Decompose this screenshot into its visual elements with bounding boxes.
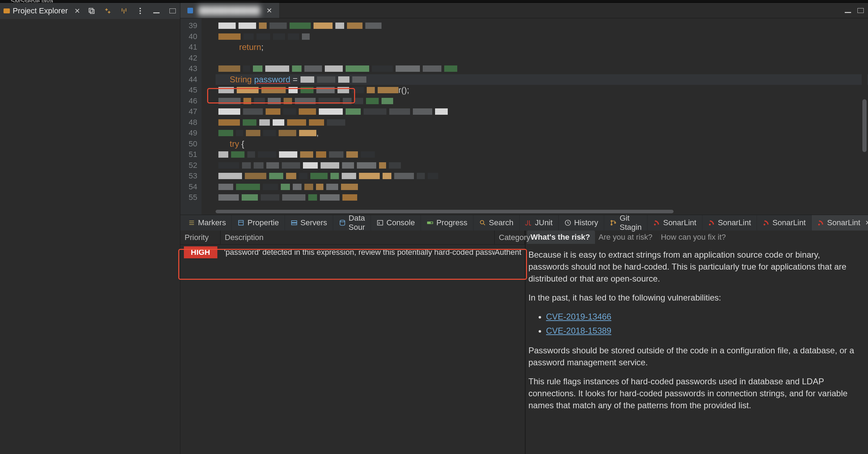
view-tab-sonarlint[interactable]: SonarLint [647,215,702,231]
code-area[interactable]: return; String password =r();, try { [202,18,868,215]
sonar-icon [708,219,715,226]
history-icon [564,219,571,226]
detail-paragraph: Because it is easy to extract strings fr… [528,249,860,285]
svg-point-9 [480,220,484,224]
maximize-editor-icon[interactable] [857,7,864,14]
editor-tabstrip: ██████████ ✕ [180,3,868,18]
col-priority[interactable]: Priority [180,231,221,244]
close-icon[interactable]: ✕ [74,7,80,15]
view-tab-label: Progress [436,218,467,227]
maximize-view-icon[interactable] [169,7,176,15]
java-file-icon [187,8,193,13]
code-editor[interactable]: 3940414243444546474849505152535455 retur… [180,18,868,215]
view-tab-progress[interactable]: Progress [421,215,473,231]
svg-point-14 [654,224,656,226]
git-icon [610,219,617,226]
svg-point-17 [818,224,820,226]
issues-header-row: Priority Description Category [180,231,525,245]
view-tab-junit[interactable]: JUnit [520,215,559,231]
project-explorer-title: Project Explorer [13,6,68,15]
collapse-all-icon[interactable] [88,7,95,15]
view-tab-label: History [574,218,598,227]
issue-details-pane: What's the risk?Are you at risk?How can … [526,231,868,454]
view-tab-label: Git Stagin [620,214,641,232]
filter-icon[interactable] [120,7,128,15]
list-icon [188,219,195,226]
svg-rect-2 [239,220,243,225]
progress-icon [427,219,434,226]
svg-rect-0 [89,8,93,12]
junit-icon [525,219,532,226]
issue-row[interactable]: HIGH 'password' detected in this express… [180,245,525,260]
view-menu-icon[interactable] [136,7,144,15]
view-tab-history[interactable]: History [559,215,604,231]
view-tab-servers[interactable]: Servers [285,215,333,231]
detail-tab[interactable]: What's the risk? [527,231,595,244]
window-title-strip: SMSserve.java [0,0,868,3]
view-tab-label: Markers [198,218,226,227]
view-tab-git-stagin[interactable]: Git Stagin [604,215,647,231]
svg-point-5 [340,220,345,222]
sonar-icon [653,219,660,226]
svg-point-12 [611,224,612,225]
issue-category: Authent [495,248,525,257]
console-icon [377,219,384,226]
col-description[interactable]: Description [221,231,495,244]
detail-tabs: What's the risk?Are you at risk?How can … [526,231,868,244]
view-tab-label: Data Sour [349,214,365,232]
detail-tab[interactable]: How can you fix it? [657,231,731,244]
view-tab-label: Console [386,218,415,227]
view-tab-sonarlint[interactable]: SonarLint✕ [812,215,868,231]
link-editor-icon[interactable] [104,7,112,15]
svg-point-11 [611,220,612,221]
view-tab-label: Search [489,218,514,227]
cve-item: CVE-2019-13466 [546,311,860,323]
folder-icon [4,8,10,13]
cve-link[interactable]: CVE-2019-13466 [546,312,611,321]
cve-list: CVE-2019-13466CVE-2018-15389 [546,311,860,337]
project-tree[interactable] [0,19,180,454]
minimize-editor-icon[interactable] [844,7,852,14]
svg-rect-4 [291,223,297,225]
svg-rect-1 [90,10,94,13]
view-tab-label: SonarLint [773,218,806,227]
sonar-icon [763,219,770,226]
detail-paragraph: This rule flags instances of hard-coded … [528,376,860,411]
view-tab-label: Servers [300,218,327,227]
view-tab-sonarlint[interactable]: SonarLint [757,215,812,231]
issue-description: 'password' detected in this expression, … [221,248,495,257]
cve-link[interactable]: CVE-2018-15389 [546,326,611,335]
view-tab-markers[interactable]: Markers [182,215,232,231]
line-gutter: 3940414243444546474849505152535455 [180,18,202,215]
detail-body[interactable]: Because it is easy to extract strings fr… [526,244,868,454]
view-tab-label: SonarLint [827,218,860,227]
close-icon[interactable]: ✕ [865,219,868,227]
horizontal-scrollbar[interactable] [202,209,861,214]
sonar-icon [817,219,824,226]
priority-badge: HIGH [184,246,217,258]
col-category[interactable]: Category [495,231,525,244]
svg-rect-3 [291,221,297,222]
view-tab-search[interactable]: Search [473,215,520,231]
svg-rect-6 [378,220,383,225]
editor-tab-name: ██████████ [199,6,261,15]
view-tab-console[interactable]: Console [371,215,421,231]
svg-point-15 [709,224,711,226]
view-tab-sonarlint[interactable]: SonarLint [702,215,757,231]
vertical-scrollbar[interactable] [862,18,867,215]
close-icon[interactable]: ✕ [266,6,272,15]
view-tab-propertie[interactable]: Propertie [232,215,285,231]
title-file: SMSserve.java [11,0,53,3]
view-tab-label: SonarLint [718,218,751,227]
view-tab-data-sour[interactable]: Data Sour [333,215,371,231]
bottom-panel: MarkersPropertieServersData SourConsoleP… [180,215,868,454]
editor-tab[interactable]: ██████████ ✕ [180,3,280,18]
minimize-view-icon[interactable] [153,7,160,15]
db-icon [339,219,346,226]
view-tab-label: Propertie [247,218,279,227]
project-explorer-header: Project Explorer ✕ [0,3,180,19]
server-icon [291,219,298,226]
detail-tab[interactable]: Are you at risk? [595,231,657,244]
project-explorer-view: Project Explorer ✕ [0,3,180,454]
cve-item: CVE-2018-15389 [546,325,860,337]
